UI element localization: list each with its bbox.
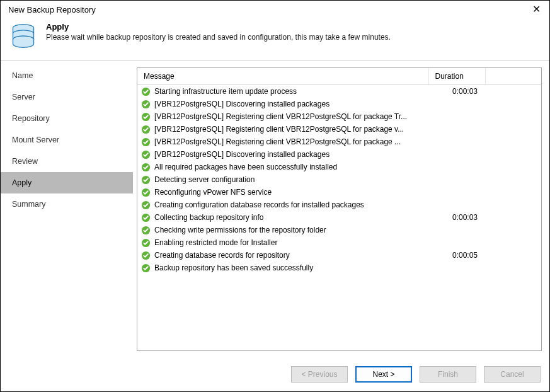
message-cell: Reconfiguring vPower NFS service [137, 186, 428, 199]
message-text: Checking write permissions for the repos… [154, 226, 326, 234]
sidebar-item-label: Mount Server [12, 135, 59, 144]
spare-cell [485, 211, 541, 224]
table-row[interactable]: [VBR12PostgreSQL] Discovering installed … [137, 148, 541, 161]
wizard-header: Apply Please wait while backup repositor… [1, 17, 549, 61]
next-button[interactable]: Next > [355, 366, 412, 383]
sidebar-item-review[interactable]: Review [1, 151, 133, 172]
table-row[interactable]: Backup repository has been saved success… [137, 262, 541, 274]
wizard-footer: < Previous Next > Finish Cancel [1, 357, 549, 391]
message-text: Collecting backup repository info [154, 213, 263, 222]
message-text: [VBR12PostgreSQL] Registering client VBR… [154, 137, 401, 146]
sidebar-item-label: Server [12, 93, 35, 101]
message-cell: Checking write permissions for the repos… [137, 224, 428, 236]
message-text: Enabling restricted mode for Installer [154, 238, 277, 247]
message-cell: [VBR12PostgreSQL] Discovering installed … [137, 98, 428, 110]
spare-cell [485, 98, 541, 110]
table-row[interactable]: [VBR12PostgreSQL] Registering client VBR… [137, 110, 541, 123]
repository-icon [9, 22, 37, 52]
message-text: [VBR12PostgreSQL] Registering client VBR… [154, 125, 404, 134]
success-check-icon [141, 100, 151, 109]
wizard-sidebar: NameServerRepositoryMount ServerReviewAp… [1, 61, 133, 357]
message-text: [VBR12PostgreSQL] Registering client VBR… [154, 112, 407, 121]
message-text: [VBR12PostgreSQL] Discovering installed … [154, 100, 329, 108]
table-row[interactable]: Creating database records for repository… [137, 249, 541, 262]
success-check-icon [141, 163, 151, 172]
sidebar-item-repository[interactable]: Repository [1, 108, 133, 129]
sidebar-item-label: Repository [12, 114, 50, 123]
table-row[interactable]: Creating configuration database records … [137, 199, 541, 211]
message-text: All required packages have been successf… [154, 163, 337, 171]
titlebar: New Backup Repository ✕ [1, 1, 549, 17]
message-cell: [VBR12PostgreSQL] Registering client VBR… [137, 135, 428, 148]
message-cell: Enabling restricted mode for Installer [137, 236, 428, 249]
header-text: Apply Please wait while backup repositor… [46, 22, 391, 42]
cancel-button: Cancel [484, 366, 541, 383]
message-text: Starting infrastructure item update proc… [154, 87, 297, 96]
spare-cell [485, 173, 541, 186]
message-cell: All required packages have been successf… [137, 161, 428, 173]
spare-cell [485, 135, 541, 148]
sidebar-item-label: Name [12, 71, 33, 80]
spare-cell [485, 85, 541, 98]
sidebar-item-name[interactable]: Name [1, 65, 133, 86]
duration-cell: 0:00:05 [428, 249, 485, 262]
message-text: Detecting server configuration [154, 175, 255, 184]
duration-cell: 0:00:03 [428, 85, 485, 98]
duration-cell [428, 123, 485, 135]
sidebar-item-mount-server[interactable]: Mount Server [1, 129, 133, 151]
success-check-icon [141, 200, 151, 210]
page-subtitle: Please wait while backup repository is c… [46, 33, 391, 42]
table-row[interactable]: [VBR12PostgreSQL] Registering client VBR… [137, 123, 541, 135]
message-cell: Creating configuration database records … [137, 199, 428, 211]
duration-cell [428, 236, 485, 249]
success-check-icon [141, 112, 151, 122]
close-icon[interactable]: ✕ [530, 4, 543, 14]
column-header-message[interactable]: Message [137, 68, 428, 85]
sidebar-item-label: Apply [12, 178, 32, 187]
table-row[interactable]: Collecting backup repository info0:00:03 [137, 211, 541, 224]
success-check-icon [141, 175, 151, 185]
spare-cell [485, 161, 541, 173]
spare-cell [485, 262, 541, 274]
sidebar-item-summary[interactable]: Summary [1, 193, 133, 215]
message-text: Reconfiguring vPower NFS service [154, 188, 272, 197]
success-check-icon [141, 263, 151, 273]
duration-cell [428, 186, 485, 199]
column-header-duration[interactable]: Duration [428, 68, 485, 85]
sidebar-item-apply[interactable]: Apply [1, 172, 133, 193]
table-row[interactable]: [VBR12PostgreSQL] Discovering installed … [137, 98, 541, 110]
spare-cell [485, 186, 541, 199]
spare-cell [485, 249, 541, 262]
table-row[interactable]: Enabling restricted mode for Installer [137, 236, 541, 249]
duration-cell [428, 173, 485, 186]
finish-button: Finish [420, 366, 476, 383]
table-row[interactable]: Detecting server configuration [137, 173, 541, 186]
success-check-icon [141, 226, 151, 235]
progress-table: Message Duration Starting infrastructure… [137, 67, 542, 351]
success-check-icon [141, 251, 151, 260]
duration-cell [428, 224, 485, 236]
spare-cell [485, 224, 541, 236]
sidebar-item-label: Summary [12, 200, 45, 209]
success-check-icon [141, 125, 151, 134]
table-row[interactable]: [VBR12PostgreSQL] Registering client VBR… [137, 135, 541, 148]
table-row[interactable]: Starting infrastructure item update proc… [137, 85, 541, 98]
success-check-icon [141, 238, 151, 248]
success-check-icon [141, 137, 151, 147]
spare-cell [485, 148, 541, 161]
table-row[interactable]: All required packages have been successf… [137, 161, 541, 173]
duration-cell [428, 98, 485, 110]
message-cell: Creating database records for repository [137, 249, 428, 262]
table-row[interactable]: Checking write permissions for the repos… [137, 224, 541, 236]
duration-cell [428, 135, 485, 148]
wizard-content: Message Duration Starting infrastructure… [133, 61, 549, 357]
table-row[interactable]: Reconfiguring vPower NFS service [137, 186, 541, 199]
message-cell: Backup repository has been saved success… [137, 262, 428, 274]
success-check-icon [141, 150, 151, 159]
message-text: [VBR12PostgreSQL] Discovering installed … [154, 150, 329, 159]
message-cell: [VBR12PostgreSQL] Registering client VBR… [137, 123, 428, 135]
message-text: Backup repository has been saved success… [154, 263, 313, 272]
sidebar-item-server[interactable]: Server [1, 86, 133, 108]
duration-cell [428, 148, 485, 161]
message-text: Creating database records for repository [154, 251, 290, 260]
